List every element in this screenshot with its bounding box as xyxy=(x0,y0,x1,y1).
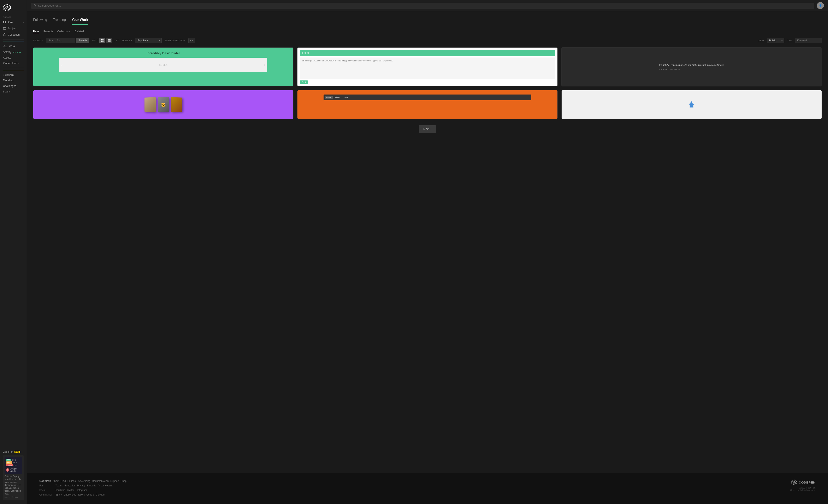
sub-tab-deleted[interactable]: Deleted xyxy=(75,29,84,34)
footer-link-teams[interactable]: Teams xyxy=(55,484,63,487)
footer-link-advertising[interactable]: Advertising xyxy=(78,479,90,483)
pen-card-2[interactable]: for testing a great customer textbox (by… xyxy=(297,47,558,86)
svg-rect-25 xyxy=(108,39,111,40)
tw-content: for testing a great customer textbox (by… xyxy=(300,57,555,79)
blockquote-content: It's not that I'm so smart, it's just th… xyxy=(659,63,724,71)
pen-search-input[interactable] xyxy=(46,38,75,43)
tw-bar xyxy=(300,50,555,56)
footer-link-about[interactable]: About xyxy=(52,479,59,483)
sub-tab-collections[interactable]: Collections xyxy=(57,29,71,34)
sort-direction-button[interactable]: ▾ ▴ xyxy=(189,38,195,43)
footer-link-support[interactable]: Support xyxy=(110,479,119,483)
footer-tagline: Demo or it didn't happen. xyxy=(790,489,816,491)
sidebar-item-trending[interactable]: Trending xyxy=(0,78,27,83)
footer-brand: CodePen xyxy=(39,479,51,483)
svg-rect-12 xyxy=(5,21,6,22)
user-avatar[interactable]: 👤 xyxy=(817,2,824,9)
view-select-wrap: Public Private Unlisted xyxy=(767,38,784,43)
search-bar[interactable] xyxy=(31,3,814,9)
sidebar-item-spark[interactable]: Spark xyxy=(0,89,27,94)
project-label: Project xyxy=(8,27,16,30)
sub-tab-projects[interactable]: Projects xyxy=(43,29,53,34)
sub-tabs: Pens Projects Collections Deleted xyxy=(33,29,822,34)
slider-left-arrow-icon: ‹ xyxy=(61,63,63,66)
slider-right-arrow-icon: › xyxy=(264,63,265,66)
crown-icon: ♛ xyxy=(688,100,696,110)
view-select[interactable]: Public Private Unlisted xyxy=(767,38,784,43)
sidebar-item-project[interactable]: Project xyxy=(0,25,27,32)
avatar-image: 👤 xyxy=(817,2,824,9)
pen-info-4: 3D Styled CSS Browser Mockup ··· xyxy=(33,119,293,119)
grid-view-button[interactable] xyxy=(99,38,105,43)
footer-codepen-name: CODEPEN xyxy=(799,480,816,484)
next-arrow-icon: › xyxy=(430,127,431,131)
pen-card-1[interactable]: Incredibly Basic Slider ‹ SLIDE 1 › Very… xyxy=(33,47,293,86)
sidebar-item-challenges[interactable]: Challenges xyxy=(0,83,27,89)
footer-link-topics[interactable]: Topics xyxy=(78,493,85,496)
tab-following[interactable]: Following xyxy=(33,16,47,25)
divider-2 xyxy=(3,67,24,68)
footer-link-challenges[interactable]: Challenges xyxy=(64,493,76,496)
footer-link-code-of-conduct[interactable]: Code of Conduct xyxy=(86,493,105,496)
3d-card-2: 🐱 xyxy=(158,97,169,112)
pen-preview-3: It's not that I'm so smart, it's just th… xyxy=(562,48,822,86)
footer-link-youtube[interactable]: YouTube xyxy=(55,489,65,492)
footer-community-label: Community xyxy=(39,493,54,496)
collection-label: Collection xyxy=(8,33,20,36)
glow-line-1 xyxy=(3,42,24,42)
search-input[interactable] xyxy=(38,4,812,7)
pen-card-4[interactable]: 🐱 3D Styled CSS Browser Mockup ··· 66 xyxy=(33,90,293,119)
tab-trending[interactable]: Trending xyxy=(53,16,66,25)
sidebar-item-assets[interactable]: Assets xyxy=(0,55,27,60)
bq-author: - Albert Einstein xyxy=(659,68,724,71)
search-button[interactable]: Search xyxy=(76,38,89,43)
footer-link-blog[interactable]: Blog xyxy=(61,479,66,483)
sidebar-item-activity[interactable]: Activity 20+ NEW xyxy=(0,49,27,55)
pen-icon xyxy=(3,20,6,24)
pen-card-3[interactable]: It's not that I'm so smart, it's just th… xyxy=(562,47,822,86)
ad-deploy-box: DEV 3.5.8 TEST 3.5.5 PROD 3.5.5 xyxy=(5,457,22,474)
svg-line-20 xyxy=(36,6,36,7)
sidebar-item-collection[interactable]: Collection xyxy=(0,32,27,38)
sort-direction-label: SORT DIRECTION xyxy=(165,39,185,42)
footer-link-shop[interactable]: Shop xyxy=(121,479,126,483)
toolbar: SEARCH Search GRID LIST SORT BY xyxy=(33,38,822,43)
footer-link-asset-hosting[interactable]: Asset Hosting xyxy=(98,484,113,487)
footer-link-privacy[interactable]: Privacy xyxy=(77,484,85,487)
pen-info-6: Sumo Crown Loader w/ mo.js ··· xyxy=(562,119,822,119)
slider-box: ‹ SLIDE 1 › xyxy=(59,58,267,72)
grid-icon xyxy=(101,39,104,42)
footer-links: CodePen About Blog Podcast Advertising D… xyxy=(39,479,778,498)
sidebar-logo[interactable] xyxy=(0,2,27,14)
sidebar-item-pen[interactable]: Pen ▾ xyxy=(0,19,27,25)
prod-badge: PROD xyxy=(6,464,13,466)
sidebar: CREATE Pen ▾ Project Collection Your Wor… xyxy=(0,0,27,504)
footer-link-documentation[interactable]: Documentation xyxy=(92,479,109,483)
header: 👤 xyxy=(27,0,828,11)
tag-input[interactable] xyxy=(795,38,822,43)
footer-row-main: CodePen About Blog Podcast Advertising D… xyxy=(39,479,778,483)
footer-link-spark[interactable]: Spark xyxy=(55,493,62,496)
footer-link-embeds[interactable]: Embeds xyxy=(87,484,96,487)
sub-tab-pens[interactable]: Pens xyxy=(33,29,39,34)
tag-label: TAG xyxy=(787,39,792,42)
sort-select[interactable]: Popularity Most Views Most Comments Newe… xyxy=(135,38,162,43)
sidebar-item-following[interactable]: Following xyxy=(0,72,27,78)
pen-card-5[interactable]: Home About Work CSS Navigation Menu ··· … xyxy=(297,90,558,119)
footer-link-podcast[interactable]: Podcast xyxy=(68,479,76,483)
list-view-small-button[interactable] xyxy=(107,38,112,43)
sidebar-item-pinned-items[interactable]: Pinned Items xyxy=(0,60,27,66)
svg-rect-13 xyxy=(3,22,4,24)
sort-label: SORT BY xyxy=(122,39,132,42)
footer-link-instagram[interactable]: Instagram xyxy=(76,489,87,492)
footer-link-twitter[interactable]: Twitter xyxy=(67,489,74,492)
tab-your-work[interactable]: Your Work xyxy=(72,16,88,25)
svg-rect-15 xyxy=(3,28,6,29)
footer-link-education[interactable]: Education xyxy=(65,484,75,487)
collection-icon xyxy=(3,33,6,36)
pen-card-6[interactable]: ♛ Sumo Crown Loader w/ mo.js ··· 26 xyxy=(562,90,822,119)
sidebar-item-your-work[interactable]: Your Work xyxy=(0,44,27,49)
next-button[interactable]: Next › xyxy=(419,125,436,133)
app-container: CREATE Pen ▾ Project Collection Your Wor… xyxy=(0,0,828,504)
footer-social-label: Social xyxy=(39,489,54,492)
